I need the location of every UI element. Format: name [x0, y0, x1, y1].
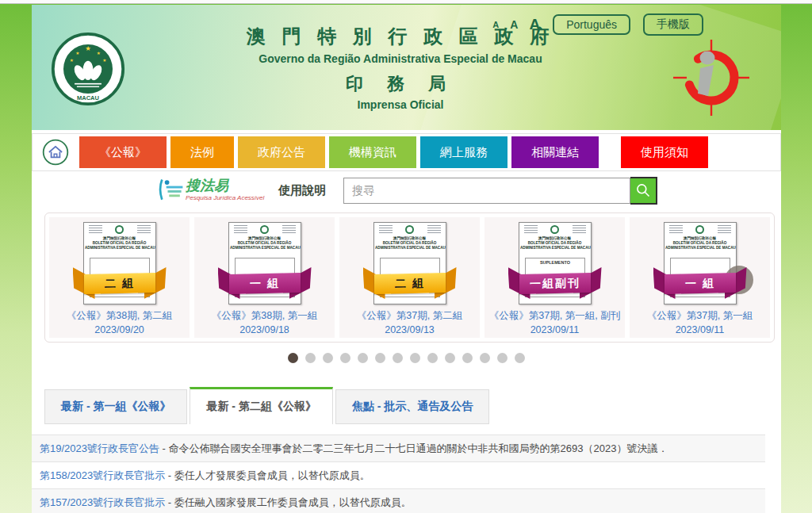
- soufayi-icon: [157, 178, 186, 203]
- nav-item-org-info[interactable]: 機構資訊: [329, 136, 416, 168]
- ribbon-label: 二 組: [395, 276, 425, 291]
- svg-text:★: ★: [97, 51, 101, 56]
- header-controls: A A A Português 手機版: [481, 13, 703, 36]
- tab-focus-notices[interactable]: 焦點 - 批示、通告及公告: [335, 389, 489, 424]
- nav-item-laws[interactable]: 法例: [170, 136, 234, 168]
- gazette-item[interactable]: 澳門特別行政區公報BOLETIM OFICIAL DA REGIÃOADMINI…: [339, 217, 480, 338]
- cover-decoration: [669, 225, 683, 233]
- main-navigation: 《公報》 法例 政府公告 機構資訊 網上服務 相關連結 使用須知: [32, 133, 781, 171]
- carousel-pagination: [32, 352, 781, 366]
- carousel-dot[interactable]: [462, 353, 473, 363]
- gazette-title-link[interactable]: 《公報》第38期, 第一組: [194, 309, 335, 322]
- home-button[interactable]: [36, 138, 75, 167]
- macau-emblem-mini-icon: [260, 225, 269, 234]
- nav-item-usage-notes[interactable]: 使用須知: [621, 136, 708, 168]
- gazette-date[interactable]: 2023/09/20: [49, 323, 190, 336]
- font-size-large-button[interactable]: A: [529, 16, 540, 33]
- gazette-cover: 澳門特別行政區公報BOLETIM OFICIAL DA REGIÃOADMINI…: [519, 222, 592, 304]
- gazette-date[interactable]: 2023/09/18: [194, 323, 335, 336]
- ribbon-label: 一 組: [250, 276, 280, 291]
- carousel-dot[interactable]: [358, 353, 368, 363]
- ribbon-label: 一 組: [685, 276, 715, 291]
- carousel-dot[interactable]: [323, 353, 333, 363]
- carousel-dot[interactable]: [480, 353, 490, 363]
- announcement-row: 第19/2023號行政長官公告 - 命令公佈聯合國安全理事會於二零二三年七月二十…: [32, 435, 765, 462]
- carousel-dot[interactable]: [410, 353, 420, 363]
- gazette-title-link[interactable]: 《公報》第37期, 第二組: [339, 309, 480, 322]
- search-input[interactable]: [343, 178, 630, 204]
- nav-item-related-links[interactable]: 相關連結: [511, 136, 599, 168]
- search-button[interactable]: [630, 177, 657, 205]
- carousel-dot[interactable]: [427, 353, 438, 363]
- group-ribbon: 一 組: [653, 267, 747, 301]
- font-size-medium-button[interactable]: A: [510, 18, 518, 31]
- carousel-dot[interactable]: [305, 353, 316, 363]
- carousel-dot[interactable]: [375, 353, 385, 363]
- cover-title: 澳門特別行政區公報BOLETIM OFICIAL DA REGIÃOADMINI…: [85, 235, 154, 250]
- announcement-text: - 委任人才發展委員會成員，以替代原成員。: [165, 469, 370, 481]
- ribbon-label: 一組副刊: [530, 276, 580, 291]
- gazette-date[interactable]: 2023/09/11: [485, 323, 625, 336]
- mobile-version-button[interactable]: 手機版: [643, 13, 703, 36]
- cover-decoration: [427, 225, 441, 233]
- group-ribbon: 二 組: [363, 267, 457, 301]
- bureau-title-pt: Imprensa Oficial: [218, 98, 583, 111]
- macau-emblem-mini-icon: [695, 225, 704, 234]
- font-size-small-button[interactable]: A: [492, 20, 499, 29]
- nav-item-online-services[interactable]: 網上服務: [420, 136, 508, 168]
- carousel-dot[interactable]: [393, 353, 403, 363]
- gazette-cover: 澳門特別行政區公報BOLETIM OFICIAL DA REGIÃOADMINI…: [373, 222, 446, 304]
- announcement-list: 第19/2023號行政長官公告 - 命令公佈聯合國安全理事會於二零二三年七月二十…: [32, 435, 765, 513]
- group-ribbon: 一 組: [218, 267, 312, 301]
- gazette-item[interactable]: 澳門特別行政區公報BOLETIM OFICIAL DA REGIÃOADMINI…: [485, 217, 625, 338]
- carousel-dot[interactable]: [515, 353, 525, 363]
- gazette-cover: 澳門特別行政區公報BOLETIM OFICIAL DA REGIÃOADMINI…: [228, 222, 301, 304]
- site-title-block: 澳 門 特 別 行 政 區 政 府 Governo da Região Admi…: [218, 24, 583, 111]
- announcement-text: - 委任融入國家發展工作委員會成員，以替代原成員。: [165, 496, 412, 508]
- svg-text:★: ★: [70, 58, 74, 63]
- macau-emblem-mini-icon: [115, 225, 124, 234]
- page-container: ★ ★ ★ ★ ★ MACAU 澳 門 特 別 行 政 區 政 府 Govern…: [32, 5, 781, 513]
- cover-decoration: [524, 225, 538, 233]
- gazette-carousel: 澳門特別行政區公報BOLETIM OFICIAL DA REGIÃOADMINI…: [44, 212, 775, 343]
- cover-title: 澳門特別行政區公報BOLETIM OFICIAL DA REGIÃOADMINI…: [665, 235, 734, 250]
- soufayi-logo-subtitle: Pesquisa Jurídica Acessível: [186, 194, 264, 201]
- gazette-item[interactable]: 澳門特別行政區公報BOLETIM OFICIAL DA REGIÃOADMINI…: [49, 217, 190, 338]
- header-banner: ★ ★ ★ ★ ★ MACAU 澳 門 特 別 行 政 區 政 府 Govern…: [32, 5, 781, 130]
- nav-item-gov-notices[interactable]: 政府公告: [238, 136, 325, 168]
- group-ribbon: 一組副刊: [508, 267, 602, 301]
- tab-group1-gazette[interactable]: 最新 - 第一組《公報》: [44, 389, 187, 424]
- svg-text:★: ★: [85, 44, 91, 52]
- announcement-link[interactable]: 第157/2023號行政長官批示: [40, 496, 165, 508]
- announcement-text: - 命令公佈聯合國安全理事會於二零二三年七月二十七日通過的關於中非共和國局勢的第…: [159, 442, 668, 454]
- gazette-date[interactable]: 2023/09/13: [339, 323, 480, 336]
- macau-emblem-icon: ★ ★ ★ ★ ★ MACAU: [51, 32, 125, 106]
- bureau-title-zh: 印 務 局: [218, 72, 583, 96]
- macau-emblem-mini-icon: [550, 225, 559, 234]
- svg-text:★: ★: [102, 58, 106, 63]
- announcement-link[interactable]: 第19/2023號行政長官公告: [40, 442, 159, 454]
- usage-instructions-link[interactable]: 使用說明: [278, 183, 326, 198]
- cover-decoration: [718, 225, 731, 233]
- cover-decoration: [89, 225, 102, 233]
- announcement-row: 第158/2023號行政長官批示 - 委任人才發展委員會成員，以替代原成員。: [32, 462, 765, 489]
- search-bar: 搜法易 Pesquisa Jurídica Acessível 使用說明: [32, 171, 781, 209]
- carousel-dot[interactable]: [288, 353, 298, 363]
- gazette-item[interactable]: 澳門特別行政區公報BOLETIM OFICIAL DA REGIÃOADMINI…: [194, 217, 335, 338]
- cover-title: 澳門特別行政區公報BOLETIM OFICIAL DA REGIÃOADMINI…: [520, 235, 589, 250]
- gazette-title-link[interactable]: 《公報》第37期, 第一組, 副刊: [485, 309, 625, 322]
- carousel-dot[interactable]: [497, 353, 508, 363]
- carousel-dot[interactable]: [445, 353, 455, 363]
- gazette-title-link[interactable]: 《公報》第38期, 第二組: [49, 309, 190, 322]
- nav-item-gazette[interactable]: 《公報》: [79, 136, 167, 168]
- language-portugues-button[interactable]: Português: [553, 14, 630, 35]
- announcement-row: 第157/2023號行政長官批示 - 委任融入國家發展工作委員會成員，以替代原成…: [32, 489, 765, 513]
- gazette-date[interactable]: 2023/09/11: [630, 323, 770, 336]
- carousel-dot[interactable]: [340, 353, 350, 363]
- tab-group2-gazette[interactable]: 最新 - 第二組《公報》: [190, 387, 332, 424]
- announcement-link[interactable]: 第158/2023號行政長官批示: [40, 469, 165, 481]
- gazette-title-link[interactable]: 《公報》第37期, 第一組: [630, 309, 770, 322]
- gazette-cover: 澳門特別行政區公報BOLETIM OFICIAL DA REGIÃOADMINI…: [664, 222, 737, 304]
- soufayi-logo-link[interactable]: 搜法易 Pesquisa Jurídica Acessível: [157, 178, 264, 203]
- svg-text:★: ★: [75, 51, 79, 56]
